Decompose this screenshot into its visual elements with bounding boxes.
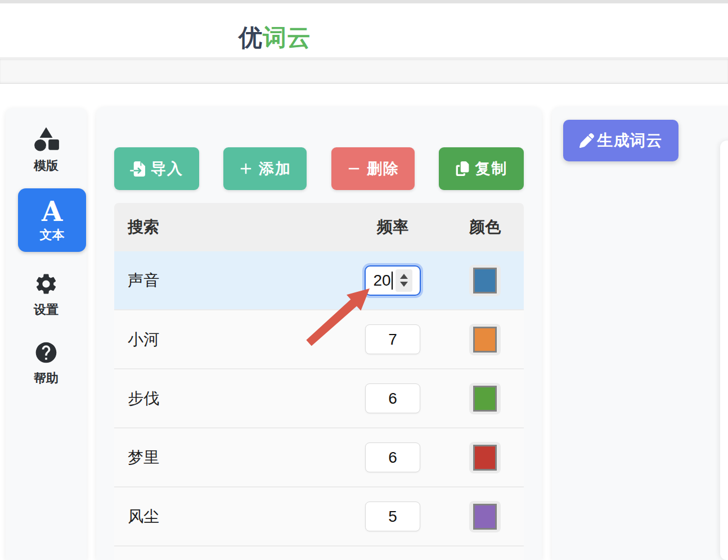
sidebar-item-settings[interactable]: 设置	[6, 272, 87, 318]
sidebar-item-label: 文本	[40, 227, 65, 243]
delete-button-label: 删除	[367, 159, 399, 179]
table-row	[114, 547, 524, 560]
import-button-label: 导入	[151, 159, 183, 179]
sub-header-band	[0, 58, 728, 84]
color-swatch	[473, 445, 497, 471]
table-row[interactable]: 梦里	[114, 428, 524, 487]
text-caret	[392, 272, 393, 290]
table-row[interactable]: 风尘	[114, 487, 524, 547]
file-import-icon	[130, 161, 145, 177]
app-header: 优词云	[0, 3, 728, 58]
word-cell: 小河	[114, 329, 339, 350]
title-suffix: 词云	[263, 24, 311, 51]
number-stepper[interactable]	[396, 269, 412, 292]
frequency-input[interactable]	[365, 442, 420, 472]
pen-icon	[579, 133, 594, 148]
frequency-input[interactable]	[365, 324, 420, 354]
letter-a-icon: A	[42, 197, 62, 225]
copy-button-label: 复制	[475, 159, 508, 179]
color-picker[interactable]	[469, 501, 501, 532]
sidebar-item-label: 帮助	[34, 370, 59, 387]
copy-button[interactable]: 复制	[439, 147, 524, 190]
color-swatch	[473, 327, 497, 353]
sidebar-item-text[interactable]: A 文本	[18, 188, 86, 252]
copy-icon	[455, 161, 470, 176]
help-icon	[34, 340, 59, 365]
gear-icon	[34, 272, 59, 296]
color-swatch	[473, 504, 497, 530]
table-row[interactable]: 小河	[114, 310, 524, 369]
color-picker[interactable]	[469, 442, 501, 473]
sidebar-item-label: 模版	[34, 157, 59, 174]
generate-wordcloud-button[interactable]: 生成词云	[563, 120, 678, 161]
color-swatch	[473, 386, 497, 412]
color-picker[interactable]	[469, 265, 501, 296]
page-title: 优词云	[239, 22, 311, 53]
frequency-input[interactable]: 20	[365, 265, 421, 296]
column-header-search: 搜索	[114, 216, 339, 238]
table-row[interactable]: 声音 20	[114, 251, 524, 310]
minus-icon	[347, 161, 361, 176]
sidebar-item-template[interactable]: 模版	[6, 127, 87, 174]
frequency-input[interactable]	[365, 383, 420, 413]
add-button[interactable]: 添加	[223, 147, 307, 190]
color-swatch	[473, 268, 497, 293]
stepper-up-icon[interactable]	[400, 274, 408, 279]
import-button[interactable]: 导入	[114, 147, 199, 190]
title-prefix: 优	[239, 24, 263, 51]
preview-panel: 生成词云	[552, 107, 728, 560]
word-cell: 步伐	[114, 388, 339, 409]
word-cell: 声音	[114, 270, 339, 291]
sidebar-item-label: 设置	[34, 301, 59, 318]
frequency-input[interactable]	[365, 502, 420, 531]
word-table: 搜索 频率 颜色 声音 20	[114, 203, 524, 560]
color-picker[interactable]	[469, 383, 501, 414]
frequency-value: 20	[373, 272, 390, 290]
word-list-panel: 导入 添加 删除 复制 搜索 频率 颜色 声音 20	[96, 107, 542, 560]
stepper-down-icon[interactable]	[400, 282, 408, 287]
word-cell: 梦里	[114, 447, 339, 468]
add-button-label: 添加	[259, 159, 291, 179]
sidebar: 模版 A 文本 设置 帮助	[6, 108, 87, 560]
table-row[interactable]: 步伐	[114, 369, 524, 428]
column-header-color: 颜色	[446, 216, 524, 238]
sidebar-item-help[interactable]: 帮助	[6, 340, 87, 387]
delete-button[interactable]: 删除	[331, 147, 415, 190]
plus-icon	[239, 161, 253, 176]
color-picker[interactable]	[469, 324, 501, 355]
shapes-icon	[32, 127, 60, 152]
wordcloud-canvas-card	[720, 141, 728, 560]
column-header-frequency: 频率	[339, 216, 446, 238]
generate-button-label: 生成词云	[597, 130, 663, 151]
word-cell: 风尘	[114, 506, 339, 527]
table-header: 搜索 频率 颜色	[114, 203, 524, 251]
